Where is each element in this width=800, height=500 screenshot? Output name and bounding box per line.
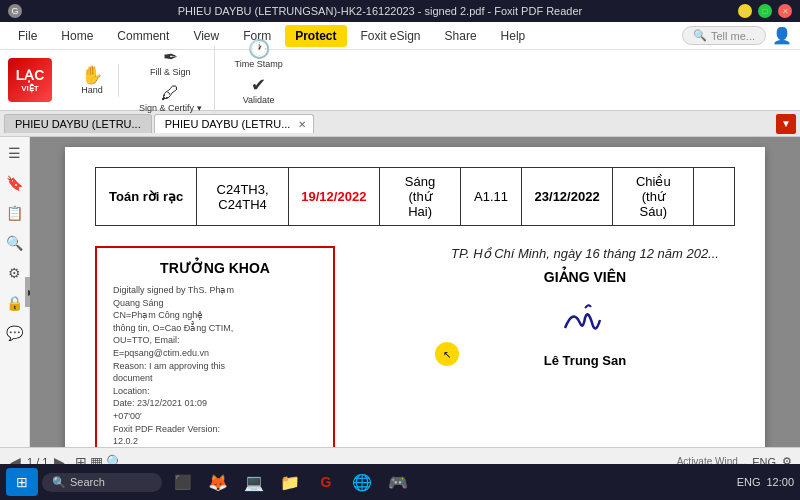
task-view-button[interactable]: ⬛: [166, 468, 198, 496]
start-button[interactable]: ⊞: [6, 468, 38, 496]
windows-icon: ⊞: [16, 474, 28, 490]
sidebar-search-icon[interactable]: 🔍: [2, 231, 27, 255]
tab-actions[interactable]: ▼: [776, 114, 796, 134]
table-row: Toán rời rạc C24TH3,C24TH4 19/12/2022 Sá…: [96, 168, 735, 226]
schedule-table: Toán rời rạc C24TH3,C24TH4 19/12/2022 Sá…: [95, 167, 735, 226]
hand-icon: ✋: [81, 66, 103, 84]
validate-icon: ✔: [251, 76, 266, 94]
firefox-icon: 🦊: [208, 473, 228, 492]
subject-cell: Toán rời rạc: [96, 168, 197, 226]
sign-certify-button[interactable]: 🖊 Sign & Certify ▾: [133, 82, 208, 115]
validate-label: Validate: [243, 95, 275, 105]
taskbar-search[interactable]: 🔍 Search: [42, 473, 162, 492]
cursor: ↖: [435, 342, 459, 366]
afternoon-cell: Chiều(thứSáu): [613, 168, 694, 226]
sidebar-comment-icon[interactable]: 💬: [2, 321, 27, 345]
timestamp-icon: 🕐: [248, 40, 270, 58]
taskbar-search-icon: 🔍: [52, 476, 66, 489]
end-date-cell: 23/12/2022: [521, 168, 612, 226]
giang-vien-name: Lê Trung San: [435, 353, 735, 368]
pdf-content: Toán rời rạc C24TH3,C24TH4 19/12/2022 Sá…: [30, 137, 800, 447]
search-icon: 🔍: [693, 29, 707, 42]
search-placeholder: Tell me...: [711, 30, 755, 42]
main-area: ☰ 🔖 📋 🔍 ⚙ 🔒 💬 ▶ Toán rời rạc C24TH3,C24T…: [0, 137, 800, 447]
foxit-taskbar-button[interactable]: G: [310, 468, 342, 496]
signature-section: TRƯỞNG KHOA Digitally signed by ThS. Phạ…: [95, 246, 735, 447]
taskbar: ⊞ 🔍 Search ⬛ 🦊 💻 📁 G 🌐 🎮 ENG 12:00: [0, 464, 800, 500]
sidebar-hand-icon[interactable]: ☰: [4, 141, 25, 165]
language-label: ENG: [737, 476, 761, 488]
hand-button[interactable]: ✋ Hand: [72, 64, 112, 97]
explorer-button[interactable]: 💻: [238, 468, 270, 496]
title-bar: G PHIEU DAYBU (LETRUNGSAN)-HK2-16122023 …: [0, 0, 800, 22]
menu-file[interactable]: File: [8, 25, 47, 47]
maximize-button[interactable]: □: [758, 4, 772, 18]
hand-label: Hand: [81, 85, 103, 95]
foxit-taskbar-icon: G: [321, 474, 332, 490]
sidebar-settings-icon[interactable]: ⚙: [4, 261, 25, 285]
menu-foxit-esign[interactable]: Foxit eSign: [351, 25, 431, 47]
giang-vien-section: TP. Hồ Chí Minh, ngày 16 tháng 12 năm 20…: [435, 246, 735, 447]
room-cell: A1.11: [461, 168, 522, 226]
taskbar-search-label: Search: [70, 476, 105, 488]
chrome-icon: 🌐: [352, 473, 372, 492]
extra-cell: [694, 168, 735, 226]
tab-2-close[interactable]: ✕: [298, 119, 306, 130]
giang-vien-sig-svg: [555, 298, 615, 343]
lv-logo: LẠC VIỆT: [8, 58, 52, 102]
folder-button[interactable]: 📁: [274, 468, 306, 496]
sign-group: ✒ Fill & Sign 🖊 Sign & Certify ▾: [127, 46, 215, 115]
tab-2[interactable]: PHIEU DAYBU (LETRU... ✕: [154, 114, 314, 133]
minimize-button[interactable]: —: [738, 4, 752, 18]
game-button[interactable]: 🎮: [382, 468, 414, 496]
left-sidebar: ☰ 🔖 📋 🔍 ⚙ 🔒 💬 ▶: [0, 137, 30, 447]
tab-1[interactable]: PHIEU DAYBU (LETRU...: [4, 114, 152, 133]
classes-cell: C24TH3,C24TH4: [197, 168, 288, 226]
menu-help[interactable]: Help: [491, 25, 536, 47]
clock: 12:00: [766, 476, 794, 488]
window-title: PHIEU DAYBU (LETRUNGSAN)-HK2-16122023 - …: [22, 5, 738, 17]
close-button[interactable]: ✕: [778, 4, 792, 18]
start-date-cell: 19/12/2022: [288, 168, 379, 226]
tabs-row: PHIEU DAYBU (LETRU... PHIEU DAYBU (LETRU…: [0, 111, 800, 137]
taskbar-right: ENG 12:00: [737, 476, 794, 488]
sidebar-lock-icon[interactable]: 🔒: [2, 291, 27, 315]
menu-home[interactable]: Home: [51, 25, 103, 47]
sign-certify-label: Sign & Certify ▾: [139, 103, 202, 113]
chrome-button[interactable]: 🌐: [346, 468, 378, 496]
sidebar-bookmark-icon[interactable]: 🔖: [2, 171, 27, 195]
game-icon: 🎮: [388, 473, 408, 492]
toolbar: LẠC VIỆT ✋ Hand ✒ Fill & Sign 🖊 Sign & C…: [0, 50, 800, 110]
tab-2-label: PHIEU DAYBU (LETRU...: [165, 118, 291, 130]
menu-share[interactable]: Share: [435, 25, 487, 47]
window-controls[interactable]: — □ ✕: [738, 4, 792, 18]
ribbon: File Home Comment View Form Protect Foxi…: [0, 22, 800, 111]
tab-1-label: PHIEU DAYBU (LETRU...: [15, 118, 141, 130]
digital-sig-text: Digitally signed by ThS. Phạm Quang Sáng…: [113, 284, 317, 447]
menu-comment[interactable]: Comment: [107, 25, 179, 47]
hand-group: ✋ Hand: [66, 64, 119, 97]
giang-vien-handwriting: [435, 295, 735, 345]
morning-cell: Sáng(thứHai): [379, 168, 460, 226]
timestamp-label: Time Stamp: [235, 59, 283, 69]
giang-vien-title: GIẢNG VIÊN: [435, 269, 735, 285]
sidebar-page-icon[interactable]: 📋: [2, 201, 27, 225]
city-date: TP. Hồ Chí Minh, ngày 16 tháng 12 năm 20…: [435, 246, 735, 261]
fill-sign-icon: ✒: [163, 48, 178, 66]
validate-button[interactable]: ✔ Validate: [237, 74, 281, 107]
user-icon[interactable]: 👤: [772, 26, 792, 45]
fill-sign-label: Fill & Sign: [150, 67, 191, 77]
menu-bar: File Home Comment View Form Protect Foxi…: [0, 22, 800, 50]
firefox-button[interactable]: 🦊: [202, 468, 234, 496]
truong-khoa-box: TRƯỞNG KHOA Digitally signed by ThS. Phạ…: [95, 246, 335, 447]
document-group: 🕐 Time Stamp ✔ Validate Document: [223, 38, 295, 122]
timestamp-button[interactable]: 🕐 Time Stamp: [229, 38, 289, 71]
fill-sign-button[interactable]: ✒ Fill & Sign: [144, 46, 197, 79]
explorer-icon: 💻: [244, 473, 264, 492]
truong-khoa-title: TRƯỞNG KHOA: [113, 260, 317, 276]
folder-icon: 📁: [280, 473, 300, 492]
pdf-page: Toán rời rạc C24TH3,C24TH4 19/12/2022 Sá…: [65, 147, 765, 447]
task-view-icon: ⬛: [174, 474, 191, 490]
sign-certify-icon: 🖊: [161, 84, 179, 102]
